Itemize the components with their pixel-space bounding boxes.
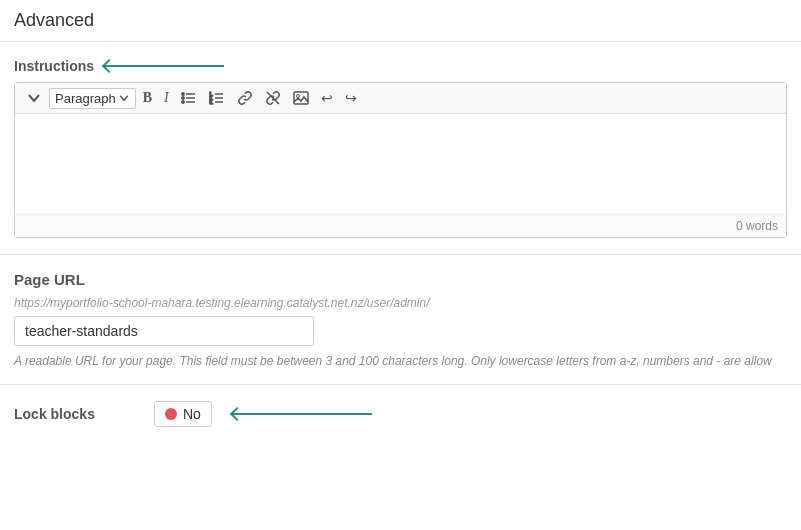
chevron-down-icon <box>26 90 42 106</box>
word-count: 0 words <box>15 214 786 237</box>
toggle-no-label: No <box>183 406 201 422</box>
lock-blocks-label: Lock blocks <box>14 406 134 422</box>
ordered-list-button[interactable]: 1. 2. 3. <box>204 87 230 109</box>
bold-button[interactable]: B <box>138 87 157 109</box>
page-url-label: Page URL <box>14 271 787 288</box>
url-hint: A readable URL for your page. This field… <box>14 354 787 368</box>
link-button[interactable] <box>232 87 258 109</box>
page-url-section: Page URL https://myportfolio-school-maha… <box>0 255 801 384</box>
svg-point-4 <box>182 101 184 103</box>
paragraph-label: Paragraph <box>55 91 116 106</box>
toggle-indicator-dot <box>165 408 177 420</box>
instructions-section: Instructions Paragraph B I <box>0 42 801 254</box>
editor-wrapper: Paragraph B I 1. <box>14 82 787 238</box>
italic-button[interactable]: I <box>159 87 174 109</box>
svg-point-2 <box>182 97 184 99</box>
insert-image-button[interactable] <box>288 87 314 109</box>
instructions-text: Instructions <box>14 58 94 74</box>
dropdown-arrow-icon <box>118 92 130 104</box>
lock-blocks-arrow <box>232 406 382 422</box>
url-prefix: https://myportfolio-school-mahara.testin… <box>14 296 787 310</box>
svg-rect-13 <box>294 92 308 104</box>
lock-blocks-toggle[interactable]: No <box>154 401 212 427</box>
toolbar-style-toggle[interactable] <box>21 87 47 109</box>
link-icon <box>237 90 253 106</box>
ordered-list-icon: 1. 2. 3. <box>209 90 225 106</box>
unordered-list-icon <box>181 90 197 106</box>
instructions-label: Instructions <box>14 58 787 74</box>
unordered-list-button[interactable] <box>176 87 202 109</box>
page-title: Advanced <box>0 0 801 42</box>
editor-toolbar: Paragraph B I 1. <box>15 83 786 114</box>
unlink-button[interactable] <box>260 87 286 109</box>
svg-text:3.: 3. <box>209 99 213 105</box>
editor-content[interactable] <box>15 114 786 214</box>
url-input[interactable] <box>14 316 314 346</box>
paragraph-style-dropdown[interactable]: Paragraph <box>49 88 136 109</box>
lock-blocks-section: Lock blocks No <box>0 385 801 443</box>
unlink-icon <box>265 90 281 106</box>
undo-button[interactable]: ↩ <box>316 87 338 109</box>
image-icon <box>293 90 309 106</box>
svg-point-0 <box>182 93 184 95</box>
instructions-arrow <box>104 58 234 74</box>
redo-button[interactable]: ↪ <box>340 87 362 109</box>
